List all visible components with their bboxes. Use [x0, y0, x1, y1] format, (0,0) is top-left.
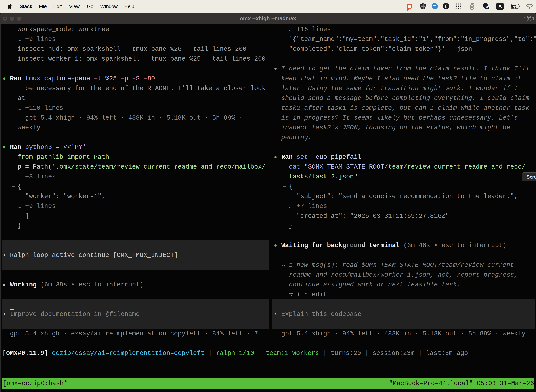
svg-text:1: 1: [532, 16, 535, 21]
svg-text:..61: ..61: [485, 6, 490, 9]
